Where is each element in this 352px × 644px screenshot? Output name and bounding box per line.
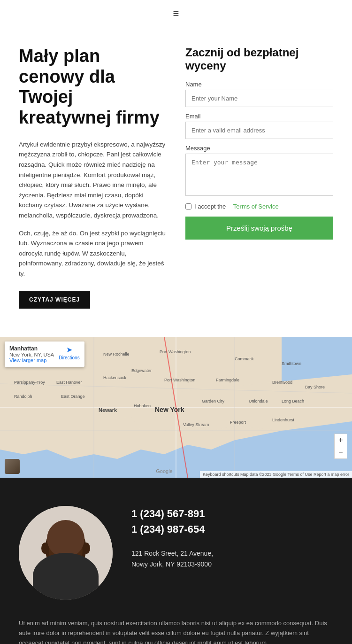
svg-text:Valley Stream: Valley Stream — [183, 422, 209, 427]
map-popup-info: Manhattan New York, NY, USA View larger … — [9, 345, 54, 363]
phone-numbers: 1 (234) 567-891 1 (234) 987-654 — [131, 506, 333, 537]
directions-icon: ➤ — [66, 345, 72, 354]
terms-text: I accept the — [194, 203, 226, 210]
name-label: Name — [185, 81, 333, 88]
terms-link[interactable]: Terms of Service — [233, 203, 279, 210]
svg-text:New York: New York — [155, 406, 184, 413]
navigation: ≡ — [0, 0, 352, 27]
svg-text:Port Washington: Port Washington — [160, 349, 191, 354]
svg-point-41 — [41, 543, 49, 554]
zoom-in-button[interactable]: + — [335, 434, 347, 446]
svg-text:Uniondale: Uniondale — [249, 399, 268, 403]
svg-rect-39 — [60, 557, 72, 571]
svg-text:Farmingdale: Farmingdale — [216, 378, 239, 382]
map-zoom-controls: + − — [334, 434, 347, 459]
profile-image-container — [19, 506, 113, 600]
read-more-button[interactable]: CZYTAJ WIĘCEJ — [19, 291, 90, 309]
hero-title: Mały plan cenowy dla Twojej kreatywnej f… — [19, 46, 167, 128]
svg-text:Hoboken: Hoboken — [134, 403, 151, 408]
svg-point-43 — [49, 531, 83, 570]
message-label: Message — [185, 145, 333, 152]
svg-text:Google: Google — [156, 468, 172, 474]
svg-point-45 — [70, 542, 75, 547]
terms-checkbox[interactable] — [185, 203, 191, 209]
hero-paragraph-1: Artykuł ewidentnie przybył ekspresowo, a… — [19, 140, 167, 221]
svg-text:Randolph: Randolph — [14, 394, 32, 399]
svg-point-38 — [28, 572, 103, 600]
map-container[interactable]: Wayne Yonkers New Rochelle Port Washingt… — [0, 337, 352, 478]
contact-info: 1 (234) 567-891 1 (234) 987-654 121 Rock… — [131, 506, 333, 581]
map-footer: Keyboard shortcuts Map data ©2023 Google… — [200, 471, 352, 478]
map-larger-link[interactable]: View larger map — [9, 357, 46, 363]
hero-section: Mały plan cenowy dla Twojej kreatywnej f… — [0, 27, 352, 337]
svg-text:East Orange: East Orange — [61, 394, 85, 399]
svg-text:New Rochelle: New Rochelle — [103, 352, 130, 357]
svg-text:Edgewater: Edgewater — [131, 368, 152, 373]
map-thumbnail — [5, 459, 20, 474]
submit-button[interactable]: Prześlij swoją prośbę — [185, 217, 333, 240]
contact-form: Zacznij od bezpłatnej wyceny Name Email … — [185, 46, 333, 309]
dark-inner: 1 (234) 567-891 1 (234) 987-654 121 Rock… — [19, 506, 333, 600]
svg-text:Long Beach: Long Beach — [282, 399, 304, 403]
svg-text:East Hanover: East Hanover — [56, 380, 82, 385]
hero-text: Artykuł ewidentnie przybył ekspresowo, a… — [19, 140, 167, 279]
svg-text:Lindenhurst: Lindenhurst — [272, 418, 295, 422]
name-field-group: Name — [185, 81, 333, 107]
svg-text:Smithtown: Smithtown — [282, 361, 301, 366]
directions-label: Directions — [59, 355, 79, 360]
contact-section: 1 (234) 567-891 1 (234) 987-654 121 Rock… — [0, 478, 352, 644]
phone-1: 1 (234) 567-891 — [131, 506, 333, 521]
svg-text:Freeport: Freeport — [230, 420, 246, 425]
map-directions[interactable]: ➤ Directions — [59, 345, 79, 360]
map-section: Wayne Yonkers New Rochelle Port Washingt… — [0, 337, 352, 478]
svg-text:Hackensack: Hackensack — [103, 375, 127, 380]
email-label: Email — [185, 113, 333, 120]
svg-text:Garden City: Garden City — [202, 399, 225, 403]
map-popup: Manhattan New York, NY, USA View larger … — [5, 341, 84, 367]
avatar — [19, 506, 113, 600]
email-input[interactable] — [185, 122, 333, 139]
contact-text-block: Ut enim ad minim veniam, quis nostrud ex… — [19, 619, 333, 644]
svg-text:Bay Shore: Bay Shore — [305, 385, 325, 389]
terms-row: I accept the Terms of Service — [185, 203, 333, 210]
hero-left-column: Mały plan cenowy dla Twojej kreatywnej f… — [19, 46, 167, 309]
svg-text:Commack: Commack — [235, 357, 254, 361]
contact-paragraph: Ut enim ad minim veniam, quis nostrud ex… — [19, 619, 333, 644]
name-input[interactable] — [185, 90, 333, 107]
message-field-group: Message — [185, 145, 333, 197]
map-location-sub: New York, NY, USA — [9, 352, 54, 357]
svg-point-37 — [19, 506, 113, 600]
message-input[interactable] — [185, 154, 333, 196]
zoom-out-button[interactable]: − — [335, 446, 347, 458]
svg-text:Brentwood: Brentwood — [272, 380, 292, 385]
svg-point-46 — [63, 550, 68, 553]
svg-text:Parsippany-Troy: Parsippany-Troy — [14, 380, 45, 385]
hero-paragraph-2: Och, czuję, że aż do. On jest szybki po … — [19, 228, 167, 279]
form-title: Zacznij od bezpłatnej wyceny — [185, 46, 333, 72]
svg-point-42 — [83, 543, 90, 554]
svg-point-44 — [56, 542, 61, 547]
map-location-title: Manhattan — [9, 345, 54, 352]
svg-point-40 — [45, 525, 86, 572]
address-line-2: Nowy Jork, NY 92103-9000 — [131, 559, 333, 569]
svg-text:Port Washington: Port Washington — [164, 378, 195, 382]
email-field-group: Email — [185, 113, 333, 139]
address-line-1: 121 Rock Sreet, 21 Avenue, — [131, 548, 333, 559]
contact-address: 121 Rock Sreet, 21 Avenue, Nowy Jork, NY… — [131, 548, 333, 569]
menu-icon[interactable]: ≡ — [173, 8, 179, 20]
phone-2: 1 (234) 987-654 — [131, 521, 333, 537]
svg-text:Newark: Newark — [99, 407, 117, 413]
